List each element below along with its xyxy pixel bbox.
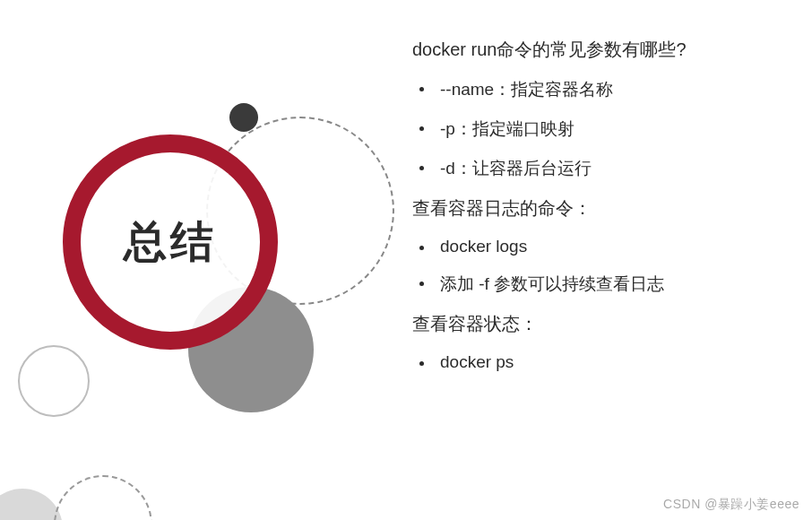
- decorative-graphic: 总结: [0, 0, 403, 520]
- hollow-circle: [18, 345, 90, 417]
- bullet-icon: [419, 282, 424, 286]
- section-heading: docker run命令的常见参数有哪些?: [412, 38, 798, 62]
- content-column: docker run命令的常见参数有哪些? --name：指定容器名称 -p：指…: [412, 30, 798, 388]
- bullet-text: -d：让容器后台运行: [440, 157, 592, 180]
- bullet-text: --name：指定容器名称: [440, 78, 613, 101]
- light-circle-bottom: [0, 489, 63, 520]
- dark-dot: [229, 103, 258, 132]
- bullet-item: --name：指定容器名称: [419, 78, 798, 101]
- bullet-item: -d：让容器后台运行: [419, 157, 798, 180]
- main-ring-label: 总结: [124, 213, 217, 271]
- bullet-icon: [419, 361, 424, 366]
- bullet-item: docker ps: [419, 352, 798, 372]
- bullet-item: docker logs: [419, 237, 798, 256]
- bullet-item: 添加 -f 参数可以持续查看日志: [419, 273, 798, 296]
- bullet-text: docker ps: [440, 352, 514, 372]
- section-heading: 查看容器状态：: [412, 312, 798, 336]
- bullet-text: -p：指定端口映射: [440, 117, 574, 141]
- bullet-text: docker logs: [440, 237, 527, 256]
- bullet-item: -p：指定端口映射: [419, 117, 798, 141]
- bullet-icon: [419, 87, 424, 91]
- section-heading: 查看容器日志的命令：: [412, 196, 798, 221]
- bullet-icon: [419, 246, 424, 250]
- main-ring: 总结: [63, 134, 278, 350]
- bullet-icon: [419, 126, 424, 131]
- watermark: CSDN @暴躁小姜eeee: [663, 497, 799, 513]
- bullet-text: 添加 -f 参数可以持续查看日志: [440, 273, 664, 296]
- dashed-circle-bottom: [54, 475, 152, 520]
- bullet-icon: [419, 166, 424, 170]
